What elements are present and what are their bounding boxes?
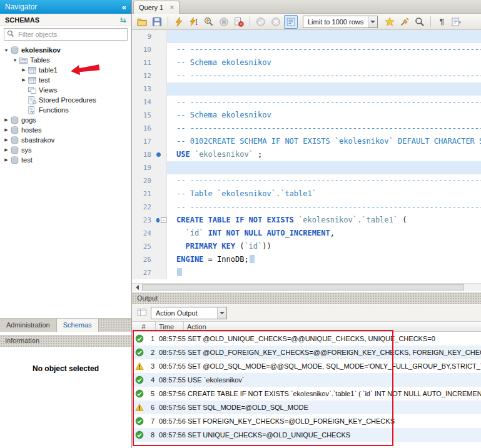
action-output-row[interactable]: 508:57:56CREATE TABLE IF NOT EXISTS `eko… xyxy=(132,387,481,401)
code-text[interactable]: -- Schema ekolesnikov xyxy=(167,109,481,122)
close-tab-icon[interactable]: × xyxy=(170,3,174,12)
editor-line-20[interactable]: 20-- -----------------------------------… xyxy=(132,174,481,187)
code-text[interactable] xyxy=(167,82,481,96)
tree-item-tables[interactable]: ▼Tables xyxy=(0,55,131,65)
editor-line-26[interactable]: 26ENGINE = InnoDB; xyxy=(132,253,481,266)
code-text[interactable]: -- -------------------------------------… xyxy=(167,43,481,56)
execute-current-statement-icon[interactable] xyxy=(187,15,201,29)
code-text[interactable]: -- -------------------------------------… xyxy=(167,122,481,135)
tree-item-sbastrakov[interactable]: ▶sbastrakov xyxy=(0,135,131,145)
no-object-selected-text: No object selected xyxy=(0,364,131,373)
editor-line-15[interactable]: 15-- Schema ekolesnikov xyxy=(132,109,481,122)
action-output-row[interactable]: 608:57:56SET SQL_MODE=@OLD_SQL_MODE xyxy=(132,401,481,414)
action-output-row[interactable]: 808:57:56SET UNIQUE_CHECKS=@OLD_UNIQUE_C… xyxy=(132,428,481,442)
action-output-row[interactable]: 308:57:55SET @OLD_SQL_MODE=@@SQL_MODE, S… xyxy=(132,359,481,373)
action-output-row[interactable]: 408:57:55USE `ekolesnikov` xyxy=(132,373,481,387)
tree-item-views[interactable]: Views xyxy=(0,85,131,95)
editor-line-16[interactable]: 16-- -----------------------------------… xyxy=(132,122,481,135)
editor-line-23[interactable]: 23-CREATE TABLE IF NOT EXISTS `ekolesnik… xyxy=(132,214,481,227)
scrollbar-thumb[interactable] xyxy=(142,284,464,291)
code-text[interactable]: -- 0102CREATE SCHEMA IF NOT EXISTS `ekol… xyxy=(167,135,481,148)
editor-line-18[interactable]: 18USE `ekolesnikov` ; xyxy=(132,148,481,161)
editor-line-27[interactable]: 27 xyxy=(132,266,481,279)
code-text[interactable]: -- -------------------------------------… xyxy=(167,96,481,109)
action-output-row[interactable]: 708:57:56SET FOREIGN_KEY_CHECKS=@OLD_FOR… xyxy=(132,414,481,428)
toggle-autocommit-icon[interactable] xyxy=(284,15,298,29)
tree-item-functions[interactable]: fxFunctions xyxy=(0,105,131,115)
editor-line-9[interactable]: 9 xyxy=(132,30,481,43)
code-text[interactable]: -- -------------------------------------… xyxy=(167,174,481,187)
expander-icon[interactable]: ▶ xyxy=(20,67,28,72)
tree-item-table1[interactable]: ▶table1 xyxy=(0,65,131,75)
editor-line-10[interactable]: 10-- -----------------------------------… xyxy=(132,43,481,56)
collapse-panel-icon[interactable]: « xyxy=(122,2,126,12)
expander-icon[interactable]: ▼ xyxy=(11,58,19,62)
execute-script-icon[interactable] xyxy=(172,15,186,29)
editor-line-24[interactable]: 24 `id` INT NOT NULL AUTO_INCREMENT, xyxy=(132,227,481,240)
tab-schemas[interactable]: Schemas xyxy=(57,319,99,332)
code-text[interactable] xyxy=(167,266,481,279)
tab-query-1[interactable]: Query 1 × xyxy=(133,1,180,14)
line-number: 12 xyxy=(132,69,154,82)
explain-statement-icon[interactable] xyxy=(202,15,216,29)
code-text[interactable]: ENGINE = InnoDB; xyxy=(167,253,481,266)
editor-line-17[interactable]: 17-- 0102CREATE SCHEMA IF NOT EXISTS `ek… xyxy=(132,135,481,148)
filter-input[interactable] xyxy=(17,30,124,39)
clean-query-icon[interactable] xyxy=(398,15,412,29)
stop-execution-icon[interactable] xyxy=(217,15,231,29)
tab-administration[interactable]: Administration xyxy=(0,319,57,332)
tree-item-label: table1 xyxy=(39,66,58,74)
show-invisibles-icon[interactable]: ¶ xyxy=(435,15,448,29)
editor-line-11[interactable]: 11-- Schema ekolesnikov xyxy=(132,56,481,69)
sql-editor[interactable]: 910-- ----------------------------------… xyxy=(132,30,481,283)
editor-line-12[interactable]: 12-- -----------------------------------… xyxy=(132,69,481,82)
beautify-script-icon[interactable] xyxy=(383,15,397,29)
action-output-selector[interactable]: Action Output xyxy=(151,307,227,319)
code-text[interactable]: -- Table `ekolesnikov`.`table1` xyxy=(167,187,481,201)
open-sql-script-icon[interactable] xyxy=(135,15,149,29)
expander-icon[interactable]: ▼ xyxy=(3,48,10,52)
tree-item-ekolesnikov[interactable]: ▼ekolesnikov xyxy=(0,45,131,55)
expander-icon[interactable]: ▶ xyxy=(3,137,10,142)
commit-icon[interactable] xyxy=(254,15,268,29)
editor-line-14[interactable]: 14-- -----------------------------------… xyxy=(132,96,481,109)
code-text[interactable]: -- -------------------------------------… xyxy=(167,69,481,82)
tree-item-sys[interactable]: ▶sys xyxy=(0,145,131,155)
schema-filter[interactable] xyxy=(4,28,128,41)
code-text[interactable]: USE `ekolesnikov` ; xyxy=(167,148,481,161)
editor-line-13[interactable]: 13 xyxy=(132,82,481,96)
action-output-row[interactable]: 208:57:55SET @OLD_FOREIGN_KEY_CHECKS=@@F… xyxy=(132,346,481,359)
horizontal-scrollbar[interactable] xyxy=(132,283,481,291)
limit-rows-dropdown[interactable]: Limit to 1000 rows xyxy=(303,16,378,28)
expander-icon[interactable]: ▶ xyxy=(3,117,10,122)
tree-item-test[interactable]: ▶test xyxy=(0,75,131,85)
code-text[interactable]: PRIMARY KEY (`id`)) xyxy=(167,240,481,253)
tree-item-test[interactable]: ▶test xyxy=(0,155,131,165)
code-text[interactable] xyxy=(167,161,481,174)
expander-icon[interactable]: ▶ xyxy=(20,77,28,82)
tree-item-gogs[interactable]: ▶gogs xyxy=(0,115,131,125)
scroll-left-icon[interactable] xyxy=(132,284,141,291)
action-output-row[interactable]: 108:57:55SET @OLD_UNIQUE_CHECKS=@@UNIQUE… xyxy=(132,332,481,346)
refresh-schemas-icon[interactable]: ⇆ xyxy=(120,16,126,24)
wrap-text-icon[interactable] xyxy=(450,15,463,29)
code-text[interactable]: -- -------------------------------------… xyxy=(167,201,481,214)
code-text[interactable]: `id` INT NOT NULL AUTO_INCREMENT, xyxy=(167,227,481,240)
rollback-icon[interactable] xyxy=(269,15,283,29)
expander-icon[interactable]: ▶ xyxy=(3,147,10,152)
editor-line-22[interactable]: 22-- -----------------------------------… xyxy=(132,201,481,214)
expander-icon[interactable]: ▶ xyxy=(3,127,10,132)
editor-line-25[interactable]: 25 PRIMARY KEY (`id`)) xyxy=(132,240,481,253)
code-text[interactable] xyxy=(167,30,481,43)
expander-icon[interactable]: ▶ xyxy=(3,157,10,162)
code-text[interactable]: -- Schema ekolesnikov xyxy=(167,56,481,69)
editor-line-19[interactable]: 19 xyxy=(132,161,481,174)
editor-line-21[interactable]: 21-- Table `ekolesnikov`.`table1` xyxy=(132,187,481,201)
toggle-stop-on-error-icon[interactable] xyxy=(232,15,246,29)
find-icon[interactable] xyxy=(413,15,427,29)
tree-item-stored-procedures[interactable]: Stored Procedures xyxy=(0,95,131,105)
code-text[interactable]: CREATE TABLE IF NOT EXISTS `ekolesnikov`… xyxy=(167,214,481,227)
tree-item-hostes[interactable]: ▶hostes xyxy=(0,125,131,135)
fold-toggle-icon[interactable]: - xyxy=(161,217,166,223)
save-script-icon[interactable] xyxy=(150,15,164,29)
